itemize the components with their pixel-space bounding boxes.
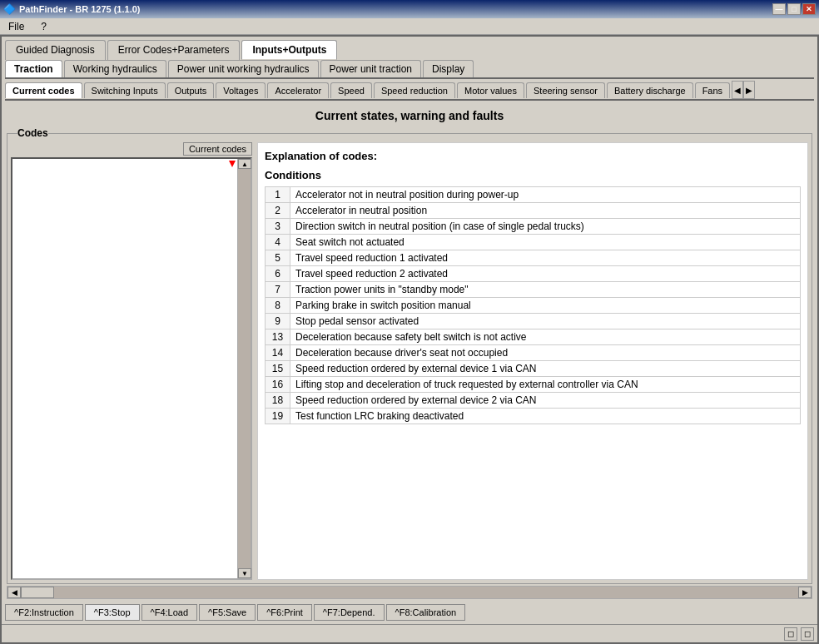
- sub-tab-voltages[interactable]: Voltages: [216, 82, 266, 98]
- table-row: 7Traction power units in "standby mode": [266, 282, 801, 298]
- table-row: 15Speed reduction ordered by external de…: [266, 361, 801, 377]
- sub-tab-power-unit-traction[interactable]: Power unit traction: [320, 60, 421, 77]
- condition-text: Traction power units in "standby mode": [290, 282, 801, 298]
- condition-number: 4: [266, 235, 290, 250]
- condition-number: 13: [266, 329, 290, 345]
- tab-error-codes[interactable]: Error Codes+Parameters: [107, 40, 241, 60]
- close-button[interactable]: ✕: [802, 3, 816, 15]
- status-icon-2: ◻: [801, 627, 814, 641]
- conditions-title: Conditions: [265, 169, 801, 181]
- table-row: 1Accelerator not in neutral position dur…: [266, 187, 801, 203]
- condition-number: 19: [266, 409, 290, 424]
- condition-text: Lifting stop and deceleration of truck r…: [290, 377, 801, 393]
- condition-text: Direction switch in neutral position (in…: [290, 219, 801, 235]
- condition-text: Travel speed reduction 1 activated: [290, 250, 801, 266]
- sub-tab-switching-inputs[interactable]: Switching Inputs: [84, 82, 166, 98]
- table-row: 9Stop pedal sensor activated: [266, 314, 801, 329]
- condition-text: Parking brake in switch position manual: [290, 298, 801, 314]
- codes-scrollbar[interactable]: ▲ ▼: [237, 159, 251, 578]
- condition-text: Stop pedal sensor activated: [290, 314, 801, 329]
- f4-load-button[interactable]: ^F4:Load: [141, 604, 198, 621]
- fkey-bar: ^F2:Instruction ^F3:Stop ^F4:Load ^F5:Sa…: [2, 601, 817, 624]
- tab-nav-left[interactable]: ◀: [732, 81, 743, 99]
- condition-text: Speed reduction ordered by external devi…: [290, 393, 801, 409]
- sub-tab-display[interactable]: Display: [423, 60, 474, 77]
- horizontal-scrollbar-thumb[interactable]: [21, 587, 54, 598]
- sub-tab-accelerator[interactable]: Accelerator: [267, 82, 329, 98]
- scroll-up-button[interactable]: ▲: [238, 159, 251, 169]
- f5-save-button[interactable]: ^F5:Save: [199, 604, 256, 621]
- horizontal-scrollbar-track[interactable]: [21, 587, 798, 598]
- sub-tab-motor-values[interactable]: Motor values: [457, 82, 524, 98]
- scroll-right-button[interactable]: ▶: [798, 587, 812, 598]
- sub-tab-steering-sensor[interactable]: Steering sensor: [526, 82, 605, 98]
- conditions-table: 1Accelerator not in neutral position dur…: [265, 186, 801, 424]
- tab-inputs-outputs[interactable]: Inputs+Outputs: [241, 40, 337, 60]
- condition-text: Deceleration because safety belt switch …: [290, 329, 801, 345]
- condition-number: 18: [266, 393, 290, 409]
- sub-tab-outputs[interactable]: Outputs: [167, 82, 215, 98]
- sub-tabs-row1: Traction Working hydraulics Power unit w…: [5, 60, 814, 79]
- tab-guided-diagnosis[interactable]: Guided Diagnosis: [5, 40, 106, 60]
- codes-listbox[interactable]: ▲ ▼: [11, 157, 252, 580]
- sub-tab-power-unit-working[interactable]: Power unit working hydraulics: [168, 60, 319, 77]
- condition-number: 15: [266, 361, 290, 377]
- condition-number: 8: [266, 298, 290, 314]
- tab-nav-right[interactable]: ▶: [743, 81, 755, 99]
- condition-text: Accelerator in neutral position: [290, 203, 801, 219]
- condition-text: Seat switch not actuated: [290, 235, 801, 250]
- sub-tab-fans[interactable]: Fans: [695, 82, 730, 98]
- f8-calibration-button[interactable]: ^F8:Calibration: [386, 604, 466, 621]
- table-row: 8Parking brake in switch position manual: [266, 298, 801, 314]
- explanation-panel: Explanation of codes: Conditions 1Accele…: [257, 142, 808, 580]
- table-row: 2Accelerator in neutral position: [266, 203, 801, 219]
- condition-number: 7: [266, 282, 290, 298]
- sub-tab-current-codes[interactable]: Current codes: [5, 82, 82, 98]
- condition-number: 9: [266, 314, 290, 329]
- sub-tab-speed-reduction[interactable]: Speed reduction: [374, 82, 455, 98]
- condition-text: Speed reduction ordered by external devi…: [290, 361, 801, 377]
- status-bar: ◻ ◻: [2, 624, 817, 642]
- condition-number: 1: [266, 187, 290, 203]
- condition-text: Test function LRC braking deactivated: [290, 409, 801, 424]
- sub-tab-battery-discharge[interactable]: Battery discharge: [607, 82, 693, 98]
- condition-text: Accelerator not in neutral position duri…: [290, 187, 801, 203]
- condition-text: Deceleration because driver's seat not o…: [290, 345, 801, 361]
- f3-stop-button[interactable]: ^F3:Stop: [85, 604, 140, 621]
- table-row: 16Lifting stop and deceleration of truck…: [266, 377, 801, 393]
- table-row: 14Deceleration because driver's seat not…: [266, 345, 801, 361]
- condition-number: 5: [266, 250, 290, 266]
- minimize-button[interactable]: —: [772, 3, 786, 15]
- menu-file[interactable]: File: [3, 19, 29, 34]
- table-row: 5Travel speed reduction 1 activated: [266, 250, 801, 266]
- condition-number: 2: [266, 203, 290, 219]
- table-row: 4Seat switch not actuated: [266, 235, 801, 250]
- codes-panel: Current codes ▲ ▼: [11, 142, 252, 580]
- explanation-title: Explanation of codes:: [265, 150, 801, 162]
- sub-tab-traction[interactable]: Traction: [5, 60, 62, 77]
- sub-tab-working-hydraulics[interactable]: Working hydraulics: [64, 60, 166, 77]
- condition-number: 6: [266, 266, 290, 282]
- table-row: 3Direction switch in neutral position (i…: [266, 219, 801, 235]
- condition-number: 14: [266, 345, 290, 361]
- scroll-left-button[interactable]: ◀: [7, 587, 21, 598]
- table-row: 19Test function LRC braking deactivated: [266, 409, 801, 424]
- menu-help[interactable]: ?: [36, 19, 52, 34]
- title-bar: 🔷 PathFinder - BR 1275 (1.1.0) — □ ✕: [0, 0, 819, 18]
- maximize-button[interactable]: □: [787, 3, 801, 15]
- codes-legend: Codes: [17, 127, 48, 139]
- condition-text: Travel speed reduction 2 activated: [290, 266, 801, 282]
- status-icon-1: ◻: [784, 627, 797, 641]
- f2-instruction-button[interactable]: ^F2:Instruction: [5, 604, 83, 621]
- sub-tabs-row2: Current codes Switching Inputs Outputs V…: [5, 81, 814, 101]
- app-icon: 🔷: [3, 3, 16, 15]
- sub-tab-speed[interactable]: Speed: [330, 82, 372, 98]
- window-title: PathFinder - BR 1275 (1.1.0): [19, 4, 141, 14]
- current-codes-button[interactable]: Current codes: [183, 142, 252, 156]
- f6-print-button[interactable]: ^F6:Print: [257, 604, 312, 621]
- main-tabs: Guided Diagnosis Error Codes+Parameters …: [2, 37, 817, 60]
- f7-depend-button[interactable]: ^F7:Depend.: [314, 604, 385, 621]
- table-row: 6Travel speed reduction 2 activated: [266, 266, 801, 282]
- condition-number: 3: [266, 219, 290, 235]
- scroll-down-button[interactable]: ▼: [238, 568, 251, 578]
